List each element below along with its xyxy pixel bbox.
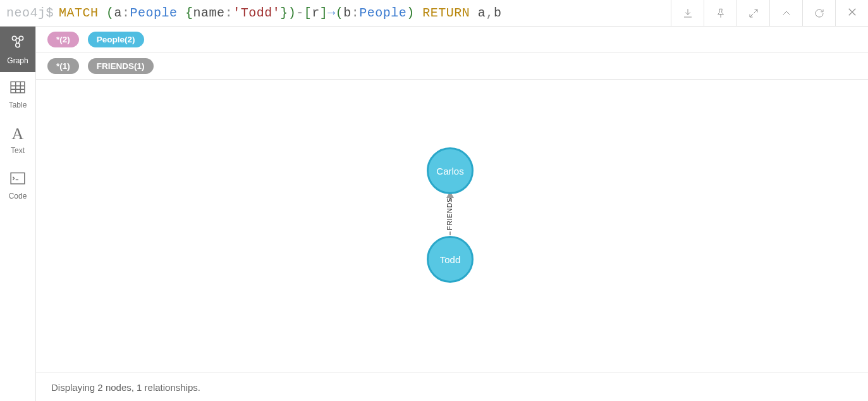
download-button[interactable]	[671, 0, 704, 27]
kw-match: MATCH	[59, 6, 99, 20]
paren-close: )	[406, 6, 415, 20]
node-label-people[interactable]: People(2)	[88, 32, 144, 47]
chevron-up-icon	[781, 8, 792, 19]
status-text: Displaying 2 nodes, 1 relationships.	[51, 382, 200, 393]
node-carlos-label: Carlos	[436, 166, 463, 176]
colon: :	[122, 6, 130, 20]
rerun-button[interactable]	[802, 0, 835, 27]
svg-rect-4	[11, 173, 25, 183]
brace-close: }	[280, 6, 288, 20]
paren: (	[99, 6, 114, 20]
paren-close: )	[288, 6, 296, 20]
main-panel: *(2) People(2) *(1) FRIENDS(1) FRIENDS C…	[36, 27, 868, 401]
rel-label-friends[interactable]: FRIENDS(1)	[88, 58, 154, 74]
view-sidebar: Graph Table A Text Code	[0, 27, 36, 401]
node-labels-row: *(2) People(2)	[36, 27, 868, 53]
collapse-button[interactable]	[769, 0, 802, 27]
graph-canvas[interactable]: FRIENDS Carlos Todd	[36, 80, 868, 373]
svg-rect-3	[11, 82, 25, 92]
node-label-all[interactable]: *(2)	[47, 32, 79, 47]
paren: (	[336, 6, 344, 20]
pin-icon	[715, 8, 726, 19]
colon: :	[351, 6, 360, 20]
node-carlos[interactable]: Carlos	[427, 147, 474, 194]
expand-icon	[748, 8, 759, 19]
val-todd: 'Todd'	[233, 6, 280, 20]
bracket-open: [	[304, 6, 312, 20]
dash: -	[296, 6, 304, 20]
bracket-close: ]	[320, 6, 328, 20]
node-todd[interactable]: Todd	[427, 236, 474, 283]
tab-table-label: Table	[9, 101, 27, 109]
header-actions	[671, 0, 868, 26]
body: Graph Table A Text Code *(2) People(2) *…	[0, 27, 868, 401]
arrow: →	[327, 6, 336, 20]
tab-code-label: Code	[9, 192, 27, 200]
ret-a: a	[478, 6, 486, 20]
query-input[interactable]: MATCH (a:People {name:'Todd'})-[r]→(b:Pe…	[59, 6, 671, 20]
tab-graph[interactable]: Graph	[0, 27, 35, 72]
expand-button[interactable]	[737, 0, 769, 27]
close-button[interactable]	[835, 0, 868, 27]
status-bar: Displaying 2 nodes, 1 relationships.	[36, 373, 868, 401]
download-icon	[682, 8, 694, 19]
refresh-icon	[814, 8, 825, 19]
rel-labels-row: *(1) FRIENDS(1)	[36, 53, 868, 80]
query-header: neo4j$ MATCH (a:People {name:'Todd'})-[r…	[0, 0, 868, 27]
label-people-a: People	[130, 6, 178, 20]
kw-return: RETURN	[415, 6, 478, 20]
edge-label[interactable]: FRIENDS	[446, 197, 453, 230]
colon: :	[225, 6, 233, 20]
var-r: r	[312, 6, 320, 20]
var-a: a	[114, 6, 123, 20]
comma: ,	[486, 6, 494, 20]
var-b: b	[343, 6, 351, 20]
code-icon	[9, 171, 26, 188]
rel-label-all[interactable]: *(1)	[47, 58, 79, 74]
prompt-label: neo4j$	[0, 6, 59, 20]
key-name: name	[193, 6, 225, 20]
node-todd-label: Todd	[440, 254, 461, 265]
tab-code[interactable]: Code	[0, 163, 35, 209]
ret-b: b	[494, 6, 502, 20]
table-icon	[9, 80, 26, 97]
tab-graph-label: Graph	[7, 56, 28, 65]
brace-open: {	[178, 6, 193, 20]
graph-icon	[9, 34, 26, 52]
tab-table[interactable]: Table	[0, 72, 35, 118]
tab-text[interactable]: A Text	[0, 118, 35, 163]
svg-point-2	[16, 43, 20, 47]
pin-button[interactable]	[704, 0, 737, 27]
text-icon: A	[12, 126, 24, 142]
tab-text-label: Text	[11, 146, 25, 155]
label-people-b: People	[359, 6, 406, 20]
close-icon	[847, 6, 858, 18]
